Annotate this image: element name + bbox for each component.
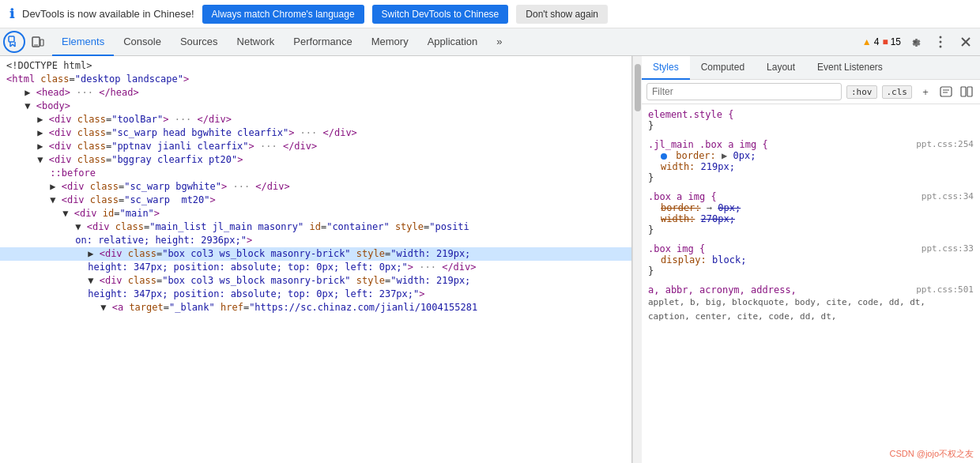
select-element-button[interactable]: [3, 31, 25, 53]
svg-point-9: [940, 41, 942, 43]
dom-line: ::before: [0, 167, 631, 180]
hover-filter-button[interactable]: :hov: [846, 85, 877, 99]
tab-performance[interactable]: Performance: [284, 28, 361, 56]
jl-main-selector: .jl_main .box a img {: [648, 139, 768, 150]
tab-network[interactable]: Network: [228, 28, 285, 56]
styles-filter-row: :hov .cls +: [642, 80, 980, 104]
element-style-close: }: [648, 120, 654, 131]
element-style-block: element.style { }: [648, 109, 974, 131]
dom-line[interactable]: ▼ <div class="sc_warp mt20">: [0, 194, 631, 207]
dom-line[interactable]: ▶ <div class="sc_warp head bgwhite clear…: [0, 126, 631, 140]
tab-application[interactable]: Application: [418, 28, 488, 56]
display-prop: display: block;: [661, 254, 746, 265]
dom-scroll-thumb[interactable]: [635, 64, 641, 111]
add-style-button[interactable]: +: [917, 83, 934, 100]
svg-rect-16: [961, 87, 966, 96]
tab-elements[interactable]: Elements: [52, 28, 114, 56]
dom-line: <html class="desktop landscape">: [0, 73, 631, 86]
styles-content[interactable]: element.style { } .jl_main .box a img { …: [642, 104, 980, 463]
dom-scrollbar[interactable]: [632, 56, 642, 463]
computed-text2: caption, center, cite, code, dd, dt,: [648, 311, 836, 322]
warning-badge: ▲ 4: [862, 36, 880, 47]
border-prop: border: ▶ 0px;: [661, 150, 756, 161]
tab-more[interactable]: »: [487, 28, 511, 56]
styles-panel: Styles Computed Layout Event Listeners :…: [642, 56, 980, 463]
box-a-img-rule: .box a img { ppt.css:34 border: → 0px; w…: [648, 191, 974, 235]
dom-line: on: relative; height: 2936px;">: [0, 234, 631, 247]
styles-tabs: Styles Computed Layout Event Listeners: [642, 56, 980, 80]
width-strikethrough: width: 270px;: [661, 213, 735, 224]
tab-styles[interactable]: Styles: [642, 56, 690, 80]
computed-source[interactable]: ppt.css:501: [916, 284, 974, 295]
toolbar-left-icons: [3, 31, 49, 53]
computed-selector: a, abbr, acronym, address,: [648, 284, 797, 295]
box-img-source[interactable]: ppt.css:33: [922, 243, 974, 254]
svg-rect-6: [40, 40, 43, 46]
dom-line[interactable]: ▶ <div class="sc_warp bgwhite"> ··· </di…: [0, 180, 631, 194]
box-img-selector: .box img {: [648, 243, 705, 254]
warning-count: 4: [874, 36, 880, 47]
dom-line[interactable]: ▼ <div class="bggray clearfix pt20">: [0, 153, 631, 167]
dom-line[interactable]: ▼ <a target="_blank" href="https://sc.ch…: [0, 301, 631, 314]
dom-content[interactable]: <!DOCTYPE html> <html class="desktop lan…: [0, 56, 631, 463]
devtools-tabs: Elements Console Sources Network Perform…: [52, 28, 862, 55]
rule-close3: }: [648, 265, 654, 277]
dom-line: height: 347px; position: absolute; top: …: [0, 261, 631, 274]
element-style-selector: element.style {: [648, 109, 733, 120]
settings-button[interactable]: [904, 31, 926, 53]
error-icon: ■: [882, 36, 888, 47]
svg-point-8: [940, 36, 942, 39]
tab-event-listeners[interactable]: Event Listeners: [806, 56, 894, 80]
close-panel-button[interactable]: [955, 31, 977, 53]
rule-close2: }: [648, 224, 654, 235]
box-img-rule: .box img { ppt.css:33 display: block; }: [648, 243, 974, 277]
computed-style-button[interactable]: [958, 83, 975, 100]
dom-line[interactable]: ▶ <div class="pptnav jianli clearfix"> ·…: [0, 140, 631, 153]
svg-rect-0: [9, 36, 14, 42]
rule-close: }: [648, 172, 654, 183]
svg-rect-13: [940, 87, 952, 96]
notification-bar: ℹ DevTools is now available in Chinese! …: [0, 0, 980, 28]
border-strikethrough: border: → 0px;: [661, 202, 741, 213]
styles-filter-input[interactable]: [646, 83, 842, 100]
dom-line[interactable]: ▶ <head> ··· </head>: [0, 86, 631, 100]
match-language-button[interactable]: Always match Chrome's language: [202, 5, 364, 24]
filter-icons: +: [917, 83, 975, 100]
dom-line[interactable]: ▼ <div class="box col3 ws_block masonry-…: [0, 274, 631, 288]
jl-main-box-rule: .jl_main .box a img { ppt.css:254 border…: [648, 139, 974, 183]
device-toggle-button[interactable]: [27, 31, 49, 53]
notification-message: DevTools is now available in Chinese!: [22, 8, 194, 20]
box-a-img-source[interactable]: ppt.css:34: [922, 191, 974, 201]
tab-sources[interactable]: Sources: [171, 28, 228, 56]
dom-line[interactable]: ▼ <body>: [0, 100, 631, 113]
devtools-toolbar: Elements Console Sources Network Perform…: [0, 28, 980, 56]
box-a-img-selector: .box a img {: [648, 191, 717, 202]
devtools-main: <!DOCTYPE html> <html class="desktop lan…: [0, 56, 980, 463]
error-badge: ■ 15: [882, 36, 901, 47]
warning-icon: ▲: [862, 36, 872, 47]
tab-layout[interactable]: Layout: [756, 56, 806, 80]
tab-memory[interactable]: Memory: [362, 28, 418, 56]
watermark: CSDN @jojo不权之友: [889, 448, 974, 460]
dom-line[interactable]: ▼ <div class="main_list jl_main masonry"…: [0, 220, 631, 234]
tab-computed[interactable]: Computed: [690, 56, 756, 80]
dom-line[interactable]: ▼ <div id="main">: [0, 207, 631, 220]
dom-line[interactable]: ▶ <div class="toolBar"> ··· </div>: [0, 113, 631, 126]
toolbar-right: ▲ 4 ■ 15: [862, 31, 977, 53]
computed-tags-rule: a, abbr, acronym, address, ppt.css:501 a…: [648, 284, 974, 324]
info-icon: ℹ: [9, 6, 14, 21]
dismiss-button[interactable]: Don't show again: [516, 5, 608, 24]
toggle-element-classes-button[interactable]: [937, 83, 955, 100]
tab-console[interactable]: Console: [114, 28, 171, 56]
switch-language-button[interactable]: Switch DevTools to Chinese: [372, 5, 509, 24]
dom-line-selected[interactable]: ▶ <div class="box col3 ws_block masonry-…: [0, 247, 631, 261]
dom-line: <!DOCTYPE html>: [0, 59, 631, 73]
width-prop: width: 219px;: [661, 161, 735, 172]
dom-panel: <!DOCTYPE html> <html class="desktop lan…: [0, 56, 632, 463]
class-filter-button[interactable]: .cls: [882, 85, 913, 99]
error-count: 15: [891, 36, 901, 47]
computed-text1: applet, b, big, blockquote, body, cite, …: [648, 297, 925, 307]
more-options-button[interactable]: [929, 31, 952, 53]
svg-point-10: [940, 46, 942, 48]
jl-main-source[interactable]: ppt.css:254: [916, 139, 974, 149]
